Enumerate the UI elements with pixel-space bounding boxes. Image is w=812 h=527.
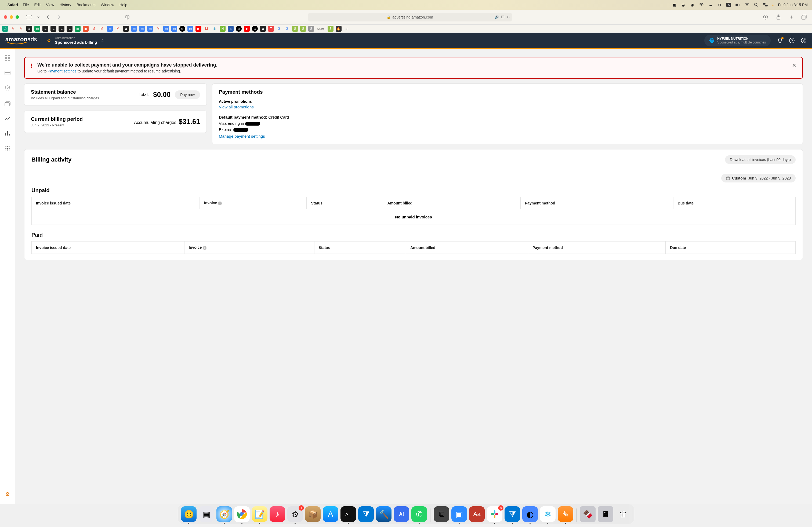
amazon-ads-logo[interactable]: amazonads: [5, 36, 37, 45]
dock-vscode2[interactable]: ⧩: [505, 506, 520, 522]
gear-icon[interactable]: ⚙: [47, 37, 51, 44]
fav-icon[interactable]: M: [91, 26, 97, 32]
forward-button[interactable]: [55, 13, 63, 21]
alert-close-button[interactable]: ✕: [792, 62, 796, 69]
dock-finder[interactable]: 🙂: [181, 506, 197, 522]
fav-icon[interactable]: ▦: [75, 26, 81, 32]
fav-icon[interactable]: S: [292, 26, 298, 32]
dock-nord[interactable]: ◐: [522, 506, 538, 522]
privacy-shield-icon[interactable]: [123, 13, 131, 21]
menubar-play-icon[interactable]: ⊙: [717, 2, 722, 7]
fav-icon[interactable]: G: [276, 26, 282, 32]
fav-icon[interactable]: S: [300, 26, 306, 32]
fav-icon[interactable]: ▤: [163, 26, 169, 32]
col-method[interactable]: Payment method: [528, 241, 666, 254]
fav-icon[interactable]: ▤: [187, 26, 193, 32]
dock-music[interactable]: ♪: [270, 506, 285, 522]
menubar-search-icon[interactable]: [754, 2, 758, 7]
new-tab-button[interactable]: +: [787, 13, 795, 21]
payment-settings-link[interactable]: Payment settings: [47, 69, 76, 73]
fav-icon[interactable]: a: [26, 26, 32, 32]
dashboard-icon[interactable]: [5, 55, 10, 61]
fav-icon[interactable]: M: [99, 26, 105, 32]
dock-launchpad[interactable]: ▦: [199, 506, 214, 522]
fav-icon[interactable]: ⊙: [252, 26, 258, 32]
trend-icon[interactable]: [4, 117, 11, 121]
menubar-app-icon[interactable]: ◒: [681, 2, 685, 7]
fav-icon[interactable]: ✱: [212, 26, 218, 32]
fav-icon[interactable]: ▶: [195, 26, 201, 32]
fav-icon[interactable]: a: [59, 26, 64, 32]
dock-settings[interactable]: ⚙1: [287, 506, 303, 522]
home-icon[interactable]: ⌂: [101, 37, 104, 43]
dock-slack[interactable]: 8: [487, 506, 503, 522]
fav-icon[interactable]: ⊙: [236, 26, 242, 32]
reader-icon[interactable]: 🗔: [501, 15, 505, 19]
dock-ai[interactable]: AI: [394, 506, 409, 522]
menu-help[interactable]: Help: [119, 3, 127, 7]
dock-folder1[interactable]: 🍫: [580, 506, 596, 522]
address-bar[interactable]: 🔒 advertising.amazon.com 🔊 🗔 ↻: [308, 13, 512, 21]
col-issued[interactable]: Invoice issued date: [32, 241, 185, 254]
fav-icon[interactable]: T: [268, 26, 274, 32]
fav-icon[interactable]: ▤: [139, 26, 145, 32]
menu-window[interactable]: Window: [101, 3, 114, 7]
fav-icon[interactable]: a: [42, 26, 48, 32]
fav-icon[interactable]: ✎: [10, 26, 16, 32]
fav-icon[interactable]: ▤: [171, 26, 177, 32]
dock-chrome[interactable]: [234, 506, 250, 522]
menubar-wifi-icon[interactable]: [699, 2, 704, 7]
fav-icon[interactable]: ▣: [83, 26, 89, 32]
menu-file[interactable]: File: [23, 3, 29, 7]
dock-vscode[interactable]: ⧩: [358, 506, 374, 522]
fav-icon[interactable]: ▤: [131, 26, 137, 32]
dock-appstore[interactable]: A: [323, 506, 338, 522]
shield-icon[interactable]: [5, 85, 10, 91]
dock-notes[interactable]: 📝: [252, 506, 267, 522]
billing-icon[interactable]: [4, 71, 11, 75]
dock-screenshot[interactable]: ⧉: [434, 506, 449, 522]
minimize-window-button[interactable]: [10, 15, 13, 19]
download-invoices-button[interactable]: Download all invoices (Last 90 days): [725, 155, 796, 164]
fav-icon[interactable]: ⊙: [179, 26, 185, 32]
col-amount[interactable]: Amount billed: [406, 241, 528, 254]
col-status[interactable]: Status: [307, 197, 383, 209]
dock-dictionary[interactable]: Aa: [469, 506, 485, 522]
menubar-a-icon[interactable]: A: [726, 3, 731, 7]
dock-terminal[interactable]: >_: [340, 506, 356, 522]
info-icon[interactable]: i: [203, 246, 206, 250]
view-all-promotions-link[interactable]: View all promotions: [219, 105, 254, 109]
menu-bookmarks[interactable]: Bookmarks: [76, 3, 95, 7]
dock-folder2[interactable]: 🖥: [598, 506, 613, 522]
share-button[interactable]: [774, 13, 782, 21]
fav-icon[interactable]: a: [50, 26, 56, 32]
fav-icon[interactable]: ⌂: [228, 26, 234, 32]
tabs-button[interactable]: [800, 13, 808, 21]
menubar-datetime[interactable]: Fri 9 Jun 3:15 PM: [778, 3, 808, 7]
fav-icon[interactable]: ✎: [18, 26, 24, 32]
menubar-camera-icon[interactable]: ▣: [671, 2, 677, 7]
menubar-battery-icon[interactable]: [736, 2, 740, 7]
maximize-window-button[interactable]: [16, 15, 19, 19]
fav-icon[interactable]: ▦: [34, 26, 40, 32]
back-button[interactable]: [44, 13, 52, 21]
fav-icon[interactable]: a: [260, 26, 266, 32]
fav-icon[interactable]: 🔥: [336, 26, 342, 32]
assets-icon[interactable]: [4, 102, 11, 106]
pay-now-button[interactable]: Pay now: [175, 90, 200, 99]
col-amount[interactable]: Amount billed: [383, 197, 520, 209]
fav-icon[interactable]: M: [155, 26, 161, 32]
date-range-button[interactable]: Custom Jun 9, 2022 - Jun 9, 2023: [721, 174, 796, 182]
downloads-button[interactable]: [762, 13, 770, 21]
fav-icon[interactable]: a: [123, 26, 129, 32]
reload-icon[interactable]: ↻: [507, 15, 510, 19]
col-due[interactable]: Due date: [673, 197, 795, 209]
fav-icon[interactable]: S: [328, 26, 334, 32]
tab-dropdown-button[interactable]: [36, 13, 41, 21]
dock-safari[interactable]: 🧭: [216, 506, 232, 522]
fav-icon[interactable]: a: [67, 26, 73, 32]
fav-overflow[interactable]: »: [344, 26, 350, 32]
menubar-circle-icon[interactable]: ◉: [690, 2, 695, 7]
col-issued[interactable]: Invoice issued date: [32, 197, 200, 209]
fav-label[interactable]: L NUT: [316, 26, 325, 32]
